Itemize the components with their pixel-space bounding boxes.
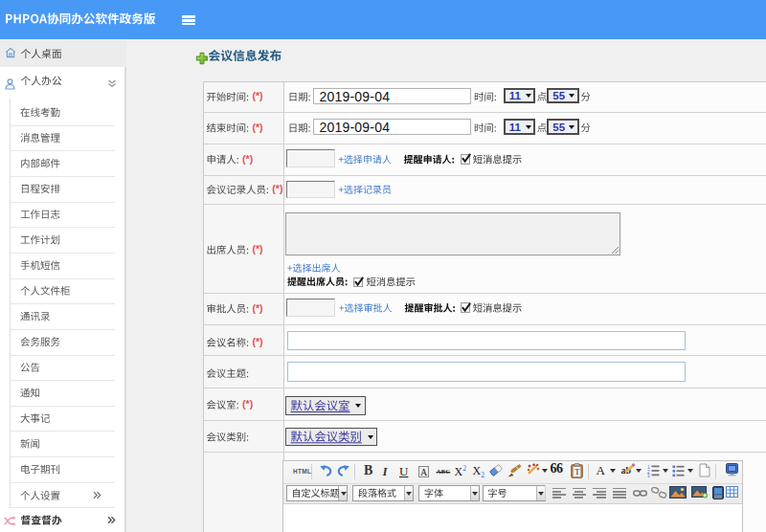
svg-text:T: T [574,467,580,477]
svg-text:3: 3 [647,474,650,477]
